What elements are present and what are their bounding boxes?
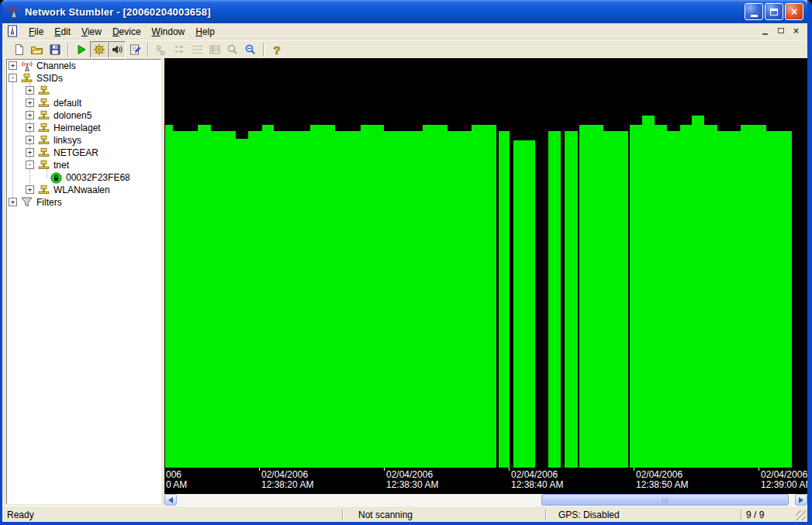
svg-text:?: ? [273,43,280,56]
start-scan-button[interactable] [72,41,90,58]
signal-bar [499,131,510,468]
tree-item-filters[interactable]: +Filters [7,196,161,209]
mdi-minimize-button[interactable] [758,25,772,36]
signal-bar [704,125,717,468]
signal-bar [642,116,655,468]
minimize-button[interactable] [745,3,763,20]
expand-icon[interactable]: + [26,136,34,144]
signal-bar [262,125,274,468]
mdi-minimize-icon [762,33,768,35]
collapse-tree-button [170,41,188,58]
tree-item-channels[interactable]: +Channels [7,60,161,72]
new-document-icon [13,43,26,56]
tree-item-wlanwaalen[interactable]: +WLANwaalen [7,184,161,196]
signal-bar [310,125,335,468]
status-count: 9 / 9 [746,509,764,520]
collapse-icon[interactable]: - [9,74,17,82]
ssid-icon [38,135,50,145]
expand-icon[interactable]: + [26,185,34,194]
expand-icon[interactable]: + [26,148,34,157]
mdi-close-button[interactable]: × [790,25,803,36]
tree-item-linksys[interactable]: +linksys [7,134,161,147]
signal-graph: 0060 AM02/04/200612:38:20 AM02/04/200612… [164,58,807,506]
tree-item-netgear[interactable]: +NETGEAR [7,147,161,159]
signal-bar [565,131,578,468]
signal-bar [766,131,792,468]
menu-bar: FileEditViewDeviceWindowHelp × [2,23,807,40]
help-icon: ? [271,43,283,56]
tree-item-dolonen5[interactable]: +dolonen5 [7,109,161,122]
x-axis-label: 02/04/200612:38:50 AM [636,470,688,490]
zoom-in-icon [226,43,239,56]
scroll-left-button[interactable] [164,494,177,506]
tree-item-tnet[interactable]: -tnet [7,159,161,171]
ssid-icon [38,85,50,95]
scroll-right-button[interactable] [795,494,807,506]
toolbar-separator [147,43,148,57]
zoom-out-icon [244,43,257,56]
expand-icon[interactable]: + [9,198,17,206]
menu-item-file[interactable]: File [23,25,49,39]
tree-item-default[interactable]: +default [7,97,161,109]
tree-item-ssids[interactable]: -SSIDs [7,72,161,85]
signal-bar [198,125,211,468]
signal-bar [211,131,236,468]
title-bar[interactable]: Network Stumbler - [20060204003658] × [2,0,807,23]
signal-bar [667,131,680,468]
minimize-icon [751,15,758,17]
new-document-button[interactable] [10,41,28,58]
tree-item-label: Heimelaget [52,123,102,133]
menu-item-edit[interactable]: Edit [49,25,76,39]
tree-item-heimelaget[interactable]: +Heimelaget [7,122,161,134]
arrange-view-icon: DD [155,43,168,56]
ssid-icon [38,98,50,108]
signal-bar [692,116,704,468]
tree-item-label: SSIDs [35,73,64,84]
close-icon: × [791,6,797,17]
maximize-icon [770,9,778,16]
save-file-icon [49,43,61,56]
expand-icon[interactable]: + [26,86,34,95]
collapse-icon[interactable]: - [26,161,34,169]
menu-item-view[interactable]: View [76,25,107,39]
tree-item-label: Channels [35,60,78,71]
mdi-close-icon: × [793,26,799,36]
network-tree-panel: +Channels-SSIDs++default+dolonen5+Heimel… [6,59,161,504]
options-button[interactable] [126,41,143,58]
expand-icon[interactable]: + [9,61,17,70]
mdi-document-icon[interactable] [6,25,19,37]
expand-icon[interactable]: + [26,123,34,132]
maximize-button[interactable] [765,3,783,20]
close-button[interactable]: × [785,3,803,20]
speaker-button[interactable] [108,41,126,58]
scrollbar-thumb[interactable] [541,494,789,506]
menu-item-help[interactable]: Help [190,25,220,39]
expand-icon[interactable]: + [26,98,34,107]
help-button[interactable]: ? [268,41,285,58]
tree-item-blank-ssid[interactable]: + [7,85,161,97]
status-gps: GPS: Disabled [558,509,620,520]
signal-bar [361,125,384,468]
expand-icon[interactable]: + [26,111,34,119]
ssid-icon [38,160,50,170]
zoom-out-button[interactable] [241,41,259,58]
filter-funnel-icon [21,197,33,207]
open-file-button[interactable] [28,41,46,58]
signal-bar [248,131,262,468]
save-file-button[interactable] [46,41,64,58]
tree-item-label: NETGEAR [52,147,100,158]
options-icon [129,43,141,56]
tree-item-label: dolonen5 [52,110,93,121]
resize-grip[interactable] [796,510,806,520]
signal-bar [423,125,447,468]
app-icon [6,4,22,19]
tree-item-00032f23fe68[interactable]: 00032F23FE68 [7,171,161,184]
auto-reconfigure-button[interactable] [90,41,108,58]
menu-item-device[interactable]: Device [107,25,147,39]
menu-item-window[interactable]: Window [147,25,191,39]
x-axis-label: 02/04/200612:38:20 AM [261,470,313,490]
signal-bar [472,125,496,468]
mdi-restore-button[interactable] [774,25,787,36]
signal-bar [165,125,173,468]
window-title: Network Stumbler - [20060204003658] [25,6,211,18]
